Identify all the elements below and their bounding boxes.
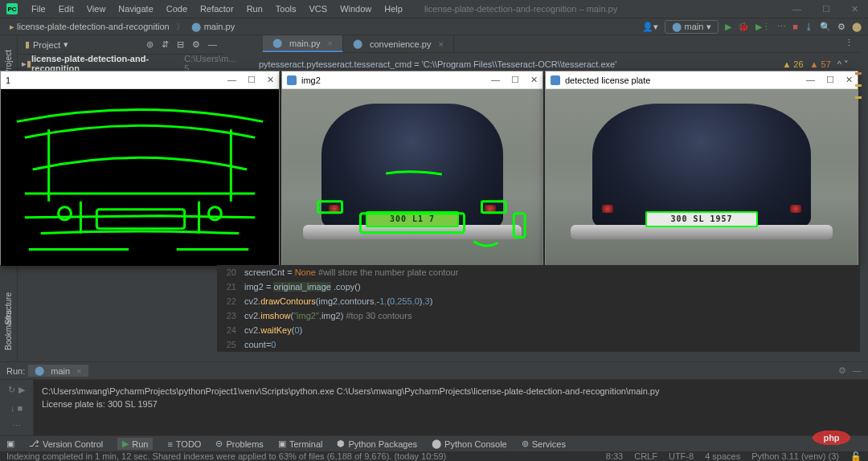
svg-rect-5	[360, 214, 464, 233]
gear-icon[interactable]: ⚙	[838, 365, 846, 376]
collapse-all-icon[interactable]: ⊟	[177, 39, 184, 50]
maximize-icon[interactable]: ☐	[819, 4, 833, 14]
run-config-selector[interactable]: ⬤ main ▾	[665, 20, 719, 34]
close-icon[interactable]: ✕	[845, 75, 853, 85]
run-panel-label: Run:	[6, 366, 25, 376]
watermark-badge: php	[809, 429, 854, 447]
status-indent[interactable]: 4 spaces	[705, 451, 740, 462]
svg-rect-0	[96, 210, 184, 229]
expand-all-icon[interactable]: ⇵	[162, 39, 169, 50]
cv-window-2[interactable]: img2 —☐✕ 300 L1 7	[281, 71, 543, 265]
run-button-icon[interactable]: ▶	[725, 22, 731, 32]
line-number: 20	[217, 265, 244, 279]
tool-todo[interactable]: ≡TODO	[167, 439, 201, 449]
close-icon[interactable]: ✕	[848, 4, 862, 14]
menu-code[interactable]: Code	[161, 2, 193, 15]
close-icon[interactable]: ✕	[267, 75, 274, 85]
menu-tools[interactable]: Tools	[270, 2, 302, 15]
python-icon: ⬤	[35, 365, 44, 376]
project-panel-header[interactable]: ▮ Project ▾	[25, 39, 68, 50]
editor-line-preview: pytesseract.pytesseract.tesseract_cmd = …	[217, 58, 852, 71]
tool-window-quick-icon[interactable]: ▣	[6, 439, 14, 449]
cv-window-title: img2	[301, 75, 491, 85]
project-root-row[interactable]: ▸ ▮ license-plate-detection-and-recognit…	[18, 55, 241, 72]
cv-window-title: 1	[6, 75, 227, 85]
hide-icon[interactable]: —	[853, 365, 862, 376]
cv-window-3[interactable]: detected license plate —☐✕ 300 SL 1957	[545, 71, 858, 265]
notifications-icon[interactable]: ⬤	[852, 22, 862, 32]
line-number: 25	[217, 337, 244, 352]
breadcrumb-sep: 〉	[176, 21, 185, 33]
breadcrumb-file[interactable]: ⬤main.py	[188, 20, 239, 34]
svg-rect-6	[514, 214, 525, 238]
editor-body[interactable]: 20screenCnt = None #will store the numbe…	[217, 265, 860, 352]
tab-main[interactable]: ⬤ main.py ×	[263, 35, 343, 52]
bookmarks-tool-button[interactable]: Bookmarks	[2, 304, 14, 357]
contour-overlay	[282, 89, 542, 266]
cv-window-title: detected license plate	[565, 75, 806, 85]
stop-icon[interactable]: ↓ ■	[10, 403, 23, 413]
close-icon[interactable]: ×	[328, 39, 333, 48]
minimize-icon[interactable]: —	[789, 4, 805, 14]
tool-services[interactable]: ⊚Services	[522, 439, 566, 449]
tool-run[interactable]: ▶Run	[117, 438, 153, 450]
chevron-down-icon: ▾	[63, 39, 68, 50]
tool-py-packages[interactable]: ⬢Python Packages	[337, 439, 417, 449]
gear-icon[interactable]: ⚙	[837, 22, 845, 32]
tool-terminal[interactable]: ▣Terminal	[278, 439, 323, 449]
tab-convenience[interactable]: ⬤ convenience.py ×	[343, 35, 454, 52]
rerun-icon[interactable]: ↻ ▶	[8, 385, 24, 395]
status-encoding[interactable]: UTF-8	[669, 451, 694, 462]
status-interpreter[interactable]: Python 3.11 (venv) (3)	[751, 451, 839, 462]
window-title: license-plate-detection-and-recognition …	[424, 4, 617, 14]
menu-run[interactable]: Run	[241, 2, 268, 15]
python-icon: ⬤	[272, 38, 282, 48]
run-output[interactable]: C:\Users\mwang\PycharmProjects\pythonPro…	[34, 380, 868, 442]
stop-button-icon[interactable]: ■	[792, 22, 798, 31]
menu-navigate[interactable]: Navigate	[113, 2, 158, 15]
ide-logo: PC	[6, 3, 18, 14]
coverage-icon[interactable]: ⋯	[777, 22, 786, 32]
tool-problems[interactable]: ⊝Problems	[215, 439, 263, 449]
cv-window-1[interactable]: 1 —☐✕	[0, 71, 280, 265]
close-icon[interactable]: ✕	[530, 75, 538, 85]
error-stripe[interactable]	[855, 72, 863, 345]
maximize-icon[interactable]: ☐	[511, 75, 519, 85]
line-number: 21	[217, 279, 244, 294]
menu-vcs[interactable]: VCS	[304, 2, 334, 15]
minimize-icon[interactable]: —	[491, 75, 500, 85]
tab-more-icon[interactable]: ⋮	[838, 35, 860, 52]
close-icon[interactable]: ×	[438, 39, 443, 49]
breadcrumb-project[interactable]: ▸ license-plate-detection-and-recognitio…	[6, 20, 173, 34]
status-eol[interactable]: CRLF	[634, 451, 657, 462]
minimize-icon[interactable]: —	[806, 75, 815, 85]
menu-file[interactable]: File	[26, 2, 51, 15]
run-panel: Run: ⬤ main × ⚙ — ↻ ▶ ↓ ■ ⋯ C:\Users\mwa…	[0, 361, 868, 442]
tool-py-console[interactable]: ⬤Python Console	[432, 439, 507, 449]
git-update-icon[interactable]: ⭳	[805, 22, 813, 31]
inspection-summary[interactable]: ▲ 26 ▲ 57 ^ ˅	[782, 59, 849, 70]
menu-view[interactable]: View	[81, 2, 112, 15]
more-run-icon[interactable]: ⋯	[12, 421, 21, 431]
hide-icon[interactable]: —	[208, 39, 217, 50]
status-caret-pos[interactable]: 8:33	[606, 451, 623, 462]
bottom-tool-strip: ▣ ⎇Version Control ▶Run ≡TODO ⊝Problems …	[0, 435, 868, 451]
tool-version-control[interactable]: ⎇Version Control	[29, 439, 103, 449]
user-icon[interactable]: 👤▾	[642, 22, 658, 32]
status-bar: Indexing completed in 1 min, 12 sec. Sha…	[0, 451, 868, 461]
run-tab-main[interactable]: ⬤ main ×	[28, 365, 88, 377]
run-more-icon[interactable]: ▶⋮	[755, 22, 771, 32]
select-file-icon[interactable]: ⊚	[146, 39, 154, 50]
close-icon[interactable]: ×	[76, 366, 81, 376]
lock-icon[interactable]: 🔓	[850, 451, 862, 462]
menu-help[interactable]: Help	[379, 2, 408, 15]
debug-button-icon[interactable]: 🐞	[738, 22, 749, 32]
gear-icon[interactable]: ⚙	[192, 39, 200, 50]
search-icon[interactable]: 🔍	[820, 22, 831, 32]
minimize-icon[interactable]: —	[227, 75, 236, 85]
maximize-icon[interactable]: ☐	[248, 75, 256, 85]
maximize-icon[interactable]: ☐	[826, 75, 834, 85]
menu-refactor[interactable]: Refactor	[194, 2, 240, 15]
menu-window[interactable]: Window	[334, 2, 377, 15]
menu-edit[interactable]: Edit	[53, 2, 80, 15]
